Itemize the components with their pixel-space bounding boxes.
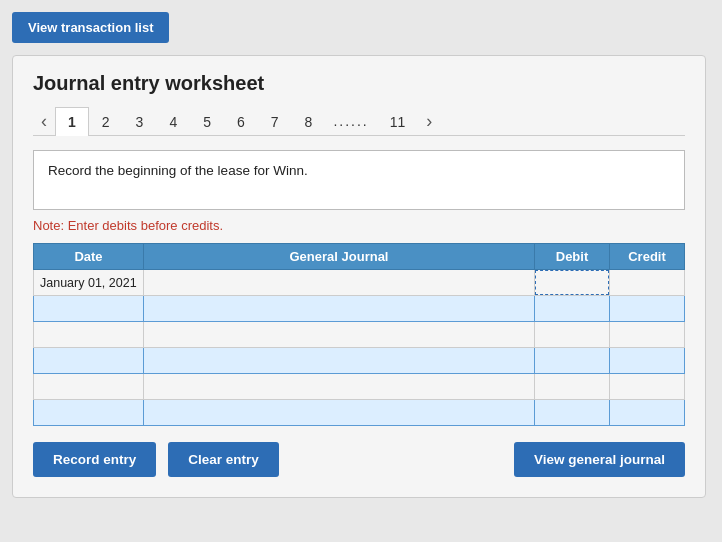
tab-3[interactable]: 3 (123, 107, 157, 136)
journal-cell-2[interactable] (144, 296, 535, 322)
credit-input-5[interactable] (610, 374, 684, 399)
journal-input-3[interactable] (160, 322, 534, 347)
credit-input-4[interactable] (610, 348, 684, 373)
journal-input-2[interactable] (160, 296, 534, 321)
journal-cell-5[interactable] (144, 374, 535, 400)
credit-cell-3[interactable] (610, 322, 685, 348)
date-cell-4 (34, 348, 144, 374)
table-row: January 01, 2021 (34, 270, 685, 296)
col-credit: Credit (610, 244, 685, 270)
table-row (34, 322, 685, 348)
date-cell-3 (34, 322, 144, 348)
date-cell-2 (34, 296, 144, 322)
debit-input-1[interactable] (535, 270, 609, 295)
tab-row: ‹ 1 2 3 4 5 6 7 8 ...... 11 › (33, 107, 685, 136)
tab-2[interactable]: 2 (89, 107, 123, 136)
main-card: Journal entry worksheet ‹ 1 2 3 4 5 6 7 … (12, 55, 706, 498)
tab-4[interactable]: 4 (156, 107, 190, 136)
tab-5[interactable]: 5 (190, 107, 224, 136)
debit-cell-2[interactable] (535, 296, 610, 322)
credit-cell-6[interactable] (610, 400, 685, 426)
col-date: Date (34, 244, 144, 270)
clear-entry-button[interactable]: Clear entry (168, 442, 279, 477)
journal-table: Date General Journal Debit Credit Januar… (33, 243, 685, 426)
tab-1[interactable]: 1 (55, 107, 89, 136)
debit-cell-4[interactable] (535, 348, 610, 374)
note-text: Note: Enter debits before credits. (33, 218, 685, 233)
record-entry-button[interactable]: Record entry (33, 442, 156, 477)
tab-6[interactable]: 6 (224, 107, 258, 136)
date-cell-6 (34, 400, 144, 426)
journal-input-5[interactable] (160, 374, 534, 399)
journal-cell-3[interactable] (144, 322, 535, 348)
debit-cell-1[interactable] (535, 270, 610, 296)
credit-cell-1[interactable] (610, 270, 685, 296)
prev-tab-button[interactable]: ‹ (33, 108, 55, 134)
credit-input-6[interactable] (610, 400, 684, 425)
journal-cell-1[interactable] (144, 270, 535, 296)
credit-input-1[interactable] (610, 270, 684, 295)
date-cell-5 (34, 374, 144, 400)
journal-input-1[interactable] (160, 270, 534, 295)
debit-input-4[interactable] (535, 348, 609, 373)
journal-cell-6[interactable] (144, 400, 535, 426)
journal-cell-4[interactable] (144, 348, 535, 374)
col-debit: Debit (535, 244, 610, 270)
page-title: Journal entry worksheet (33, 72, 685, 95)
tab-8[interactable]: 8 (292, 107, 326, 136)
credit-cell-5[interactable] (610, 374, 685, 400)
debit-cell-6[interactable] (535, 400, 610, 426)
table-row (34, 348, 685, 374)
credit-input-2[interactable] (610, 296, 684, 321)
credit-cell-2[interactable] (610, 296, 685, 322)
journal-input-6[interactable] (160, 400, 534, 425)
date-cell-1: January 01, 2021 (34, 270, 144, 296)
button-row: Record entry Clear entry View general jo… (33, 442, 685, 477)
debit-cell-5[interactable] (535, 374, 610, 400)
journal-input-4[interactable] (160, 348, 534, 373)
table-row (34, 400, 685, 426)
next-tab-button[interactable]: › (418, 108, 440, 134)
debit-input-5[interactable] (535, 374, 609, 399)
debit-cell-3[interactable] (535, 322, 610, 348)
table-row (34, 296, 685, 322)
top-bar: View transaction list (12, 12, 169, 43)
view-transaction-button[interactable]: View transaction list (12, 12, 169, 43)
tab-11[interactable]: 11 (377, 107, 419, 136)
debit-input-6[interactable] (535, 400, 609, 425)
debit-input-2[interactable] (535, 296, 609, 321)
col-general-journal: General Journal (144, 244, 535, 270)
tab-7[interactable]: 7 (258, 107, 292, 136)
view-general-journal-button[interactable]: View general journal (514, 442, 685, 477)
credit-input-3[interactable] (610, 322, 684, 347)
tab-ellipsis: ...... (325, 107, 376, 135)
credit-cell-4[interactable] (610, 348, 685, 374)
debit-input-3[interactable] (535, 322, 609, 347)
description-box: Record the beginning of the lease for Wi… (33, 150, 685, 210)
table-row (34, 374, 685, 400)
